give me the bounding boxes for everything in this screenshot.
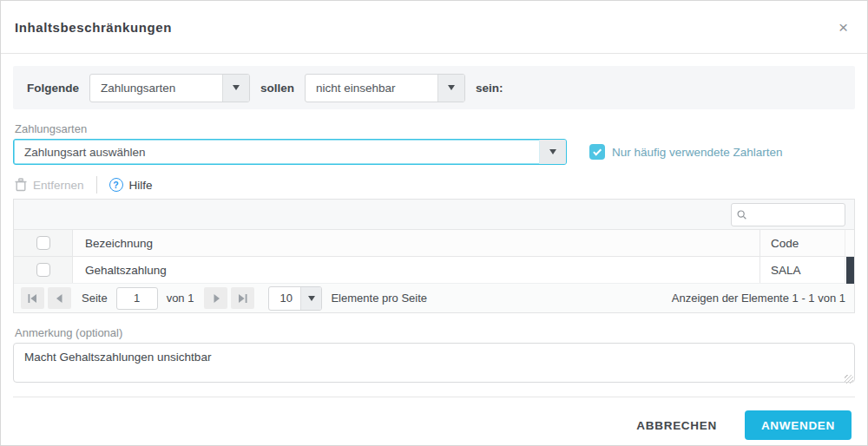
page-of-label: von 1 (167, 292, 194, 305)
dialog-body: Folgende Zahlungsarten sollen nicht eins… (1, 54, 867, 386)
payment-type-select[interactable]: Zahlungsart auswählen (13, 139, 567, 165)
help-icon: ? (109, 178, 123, 192)
dialog-header: Inhaltsbeschränkungen × (1, 1, 867, 54)
column-header-bezeichnung[interactable]: Bezeichnung (73, 230, 760, 256)
apply-button[interactable]: ANWENDEN (745, 410, 852, 440)
grid-header-row: Bezeichnung Code (14, 230, 854, 257)
row-checkbox-cell (14, 257, 73, 283)
grid-search-bar (14, 200, 854, 230)
payment-types-grid: Bezeichnung Code Gehaltszahlung SALA (13, 199, 855, 313)
trash-icon (15, 178, 27, 192)
cancel-button[interactable]: ABBRECHEN (631, 412, 722, 439)
row-bezeichnung-cell[interactable]: Gehaltszahlung (73, 257, 760, 283)
last-page-button[interactable] (231, 287, 254, 309)
page-size-select[interactable]: 10 (268, 286, 322, 311)
previous-page-button[interactable] (48, 287, 71, 309)
visibility-select-value: nicht einsehbar (306, 75, 437, 102)
note-textarea[interactable]: Macht Gehaltszahlungen unsichtbar (13, 343, 855, 383)
first-page-button[interactable] (21, 287, 44, 309)
grid-toolbar: Entfernen ? Hilfe (15, 176, 853, 193)
subject-select-value: Zahlungsarten (90, 75, 222, 102)
page-number-input[interactable] (116, 287, 158, 310)
chevron-down-icon[interactable] (437, 75, 464, 102)
payment-type-select-placeholder: Zahlungsart auswählen (14, 140, 539, 164)
toolbar-separator (96, 176, 97, 193)
previous-page-icon (55, 293, 65, 304)
table-row[interactable]: Gehaltszahlung SALA (14, 257, 854, 284)
next-page-icon (211, 293, 221, 304)
column-header-code[interactable]: Code (760, 230, 845, 256)
payment-types-label: Zahlungsarten (15, 122, 853, 135)
scrollbar-track[interactable] (845, 257, 854, 283)
grid-search-field[interactable] (731, 203, 845, 226)
page-size-value: 10 (269, 287, 300, 310)
chevron-down-icon[interactable] (222, 75, 249, 102)
remove-button-label: Entfernen (33, 179, 84, 192)
page-size-label: Elemente pro Seite (331, 292, 427, 305)
grid-search-input[interactable] (751, 208, 839, 220)
page-label: Seite (82, 292, 108, 305)
criteria-suffix-label: sein: (476, 82, 503, 95)
criteria-prefix-label: Folgende (27, 82, 79, 95)
chevron-down-icon[interactable] (539, 140, 566, 164)
dialog-actions: ABBRECHEN ANWENDEN (1, 397, 867, 440)
criteria-strip: Folgende Zahlungsarten sollen nicht eins… (13, 66, 855, 109)
select-all-cell (14, 230, 73, 256)
search-icon (737, 209, 746, 220)
pager-summary: Anzeigen der Elemente 1 - 1 von 1 (672, 292, 845, 305)
payment-picker-row: Zahlungsart auswählen Nur häufig verwend… (13, 139, 855, 165)
note-field-wrap: Macht Gehaltszahlungen unsichtbar (13, 343, 855, 386)
scrollbar-track (845, 230, 854, 256)
help-button[interactable]: ? Hilfe (109, 178, 153, 192)
chevron-down-icon[interactable] (300, 287, 321, 310)
checkbox-checked-icon[interactable] (589, 144, 605, 160)
grid-pager: Seite von 1 10 El (14, 284, 854, 312)
select-all-checkbox[interactable] (36, 236, 50, 250)
visibility-select[interactable]: nicht einsehbar (305, 74, 465, 102)
remove-button[interactable]: Entfernen (15, 178, 84, 192)
note-label: Anmerkung (optional) (15, 326, 853, 339)
last-page-icon (237, 293, 248, 304)
content-restrictions-dialog: Inhaltsbeschränkungen × Folgende Zahlung… (0, 0, 868, 446)
subject-select[interactable]: Zahlungsarten (89, 74, 250, 102)
scrollbar-thumb[interactable] (846, 257, 854, 284)
dialog-title: Inhaltsbeschränkungen (15, 20, 172, 35)
close-icon[interactable]: × (835, 16, 852, 39)
frequent-payment-types-label: Nur häufig verwendete Zahlarten (612, 146, 783, 159)
next-page-button[interactable] (204, 287, 227, 309)
criteria-middle-label: sollen (260, 82, 294, 95)
frequent-payment-types-checkbox[interactable]: Nur häufig verwendete Zahlarten (589, 144, 783, 160)
row-checkbox[interactable] (36, 263, 50, 277)
help-button-label: Hilfe (129, 179, 153, 192)
row-code-cell[interactable]: SALA (760, 257, 845, 283)
first-page-icon (27, 293, 38, 304)
